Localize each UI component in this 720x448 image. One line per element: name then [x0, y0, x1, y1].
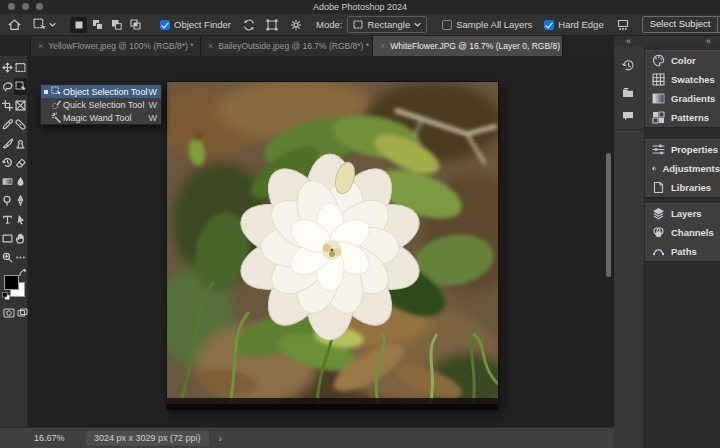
panel-button-patterns[interactable]: Patterns [645, 108, 720, 127]
rectangular-marquee-tool[interactable] [14, 59, 27, 76]
tab-bar-spacer [0, 36, 31, 56]
sample-all-layers-checkbox[interactable]: Sample All Layers [442, 19, 532, 30]
zoom-window-button[interactable] [36, 3, 43, 10]
history-brush-tool[interactable] [1, 154, 14, 171]
move-tool[interactable] [1, 59, 14, 76]
panel-label: Paths [671, 246, 697, 257]
object-selection-flyout-menu: Object Selection Tool W Quick Selection … [40, 84, 162, 125]
checkbox-unchecked-icon [442, 20, 452, 30]
collapse-panel-column-button[interactable]: « [706, 36, 711, 46]
select-subject-button[interactable]: Select Subject [642, 16, 719, 33]
refresh-object-finder-button[interactable] [243, 19, 255, 31]
panel-button-color[interactable]: Color [645, 51, 720, 70]
screen-mode-button[interactable] [17, 308, 28, 318]
show-all-objects-button[interactable] [266, 19, 278, 31]
close-tab-icon[interactable]: × [380, 41, 385, 51]
layers-icon [652, 207, 665, 220]
crop-tool[interactable] [1, 97, 14, 114]
object-selection-icon [50, 86, 63, 97]
panel-button-adjustments[interactable]: Adjustments [645, 159, 720, 178]
brush-tool[interactable] [1, 135, 14, 152]
type-tool[interactable] [1, 211, 14, 228]
gradient-tool[interactable] [1, 173, 14, 190]
zoom-tool[interactable] [1, 249, 14, 266]
object-finder-checkbox[interactable]: Object Finder [160, 19, 231, 30]
new-selection-button[interactable] [70, 17, 87, 33]
mode-dropdown[interactable]: Rectangle [347, 16, 427, 33]
active-tool-marker [44, 90, 48, 94]
frame-tool[interactable] [14, 97, 27, 114]
lasso-tool[interactable] [1, 78, 14, 95]
status-popup-chevron-icon[interactable]: › [219, 433, 222, 444]
panel-button-channels[interactable]: Channels [645, 223, 720, 242]
close-window-button[interactable] [8, 3, 15, 10]
history-panel-button[interactable] [622, 59, 635, 72]
move-icon [2, 62, 13, 73]
panel-label: Adjustments [662, 163, 720, 174]
panel-label: Channels [671, 227, 714, 238]
color-palette-icon [652, 54, 665, 67]
rectangle-tool[interactable] [1, 230, 14, 247]
minimize-window-button[interactable] [22, 3, 29, 10]
tab-yellowflower[interactable]: × YellowFlower.jpeg @ 100% (RGB/8*) * [31, 36, 201, 56]
magic-wand-icon [50, 112, 63, 123]
default-colors-icon[interactable] [2, 292, 10, 300]
subtract-from-selection-button[interactable] [108, 17, 125, 33]
water-drop-icon [15, 176, 26, 187]
add-to-selection-button[interactable] [89, 17, 106, 33]
dodge-tool[interactable] [1, 192, 14, 209]
hand-tool[interactable] [14, 230, 27, 247]
magnifier-icon [2, 252, 13, 263]
hard-edge-checkbox[interactable]: Hard Edge [544, 19, 603, 30]
vertical-scrollbar-thumb[interactable] [606, 153, 611, 277]
panel-button-swatches[interactable]: Swatches [645, 70, 720, 89]
tab-whiteflower-active[interactable]: × WhiteFlower.JPG @ 16.7% (Layer 0, RGB/… [373, 36, 563, 56]
collapse-icon-column-button[interactable]: « [626, 36, 631, 46]
pen-tool[interactable] [14, 192, 27, 209]
zoom-level-field[interactable]: 16.67% [34, 433, 76, 443]
hard-edge-label: Hard Edge [558, 19, 603, 30]
object-selection-options-gear-button[interactable] [290, 19, 302, 31]
flyout-item-quick-selection[interactable]: Quick Selection Tool W [41, 98, 161, 111]
spot-healing-brush-tool[interactable] [14, 116, 27, 133]
flyout-item-label: Quick Selection Tool [63, 100, 149, 110]
quick-mask-button[interactable] [3, 308, 15, 318]
path-selection-tool[interactable] [14, 211, 27, 228]
eraser-tool[interactable] [14, 154, 27, 171]
flyout-item-object-selection[interactable]: Object Selection Tool W [41, 85, 161, 98]
canvas-image[interactable] [167, 82, 498, 410]
panel-button-properties[interactable]: Properties [645, 140, 720, 159]
panel-button-libraries[interactable]: Libraries [645, 178, 720, 197]
close-tab-icon[interactable]: × [38, 41, 43, 51]
flyout-item-label: Magic Wand Tool [63, 113, 149, 123]
edit-toolbar-button[interactable] [14, 249, 27, 266]
foreground-color-swatch[interactable] [4, 275, 19, 290]
home-button[interactable] [8, 19, 21, 31]
panel-button-paths[interactable]: Paths [645, 242, 720, 261]
adjustments-contrast-icon [652, 162, 656, 175]
intersect-selection-button[interactable] [127, 17, 144, 33]
refine-edge-options-button[interactable] [617, 19, 629, 31]
panel-label: Libraries [671, 182, 711, 193]
pattern-checker-icon [652, 111, 665, 124]
object-selection-tool[interactable] [14, 78, 27, 95]
flyout-item-magic-wand[interactable]: Magic Wand Tool W [41, 111, 161, 124]
tool-preset-picker[interactable] [33, 18, 56, 31]
history-brush-icon [2, 157, 13, 168]
notes-panel-button[interactable] [622, 87, 634, 98]
panel-button-layers[interactable]: Layers [645, 204, 720, 223]
object-selection-icon [15, 81, 27, 93]
close-tab-icon[interactable]: × [208, 41, 213, 51]
comment-bubble-icon [622, 111, 634, 122]
blur-tool[interactable] [14, 173, 27, 190]
tab-baileyoutside[interactable]: × BaileyOutside.jpeg @ 16.7% (RGB/8*) * [201, 36, 373, 56]
clone-stamp-tool[interactable] [14, 135, 27, 152]
comments-panel-button[interactable] [622, 111, 634, 122]
gradient-square-icon [652, 92, 665, 105]
swap-colors-icon[interactable] [19, 269, 27, 277]
panel-label: Properties [671, 144, 718, 155]
panel-label: Layers [671, 208, 702, 219]
panel-label: Gradients [671, 93, 715, 104]
panel-button-gradients[interactable]: Gradients [645, 89, 720, 108]
eyedropper-tool[interactable] [1, 116, 14, 133]
